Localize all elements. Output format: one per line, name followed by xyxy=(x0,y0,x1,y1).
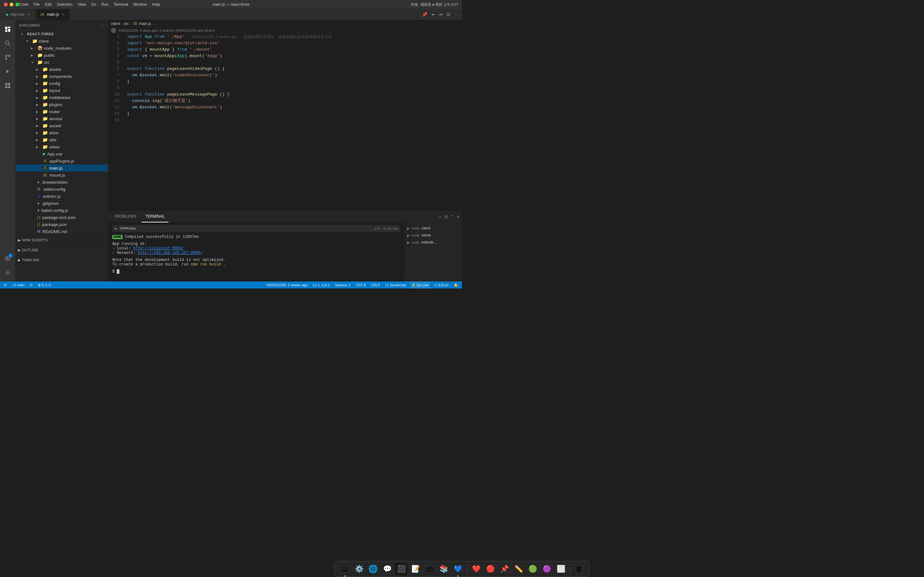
status-sync[interactable]: ↻ xyxy=(29,282,34,288)
menu-view[interactable]: View xyxy=(78,2,86,7)
breadcrumb-src[interactable]: src xyxy=(124,21,129,26)
tree-item-mount[interactable]: ▶ JS mount.js xyxy=(15,171,108,179)
panel-chevron-icon[interactable]: ⌃ xyxy=(451,214,454,219)
activity-remote[interactable]: 1 xyxy=(1,252,14,265)
tree-item-editorconfig[interactable]: ▶ ⚙ .editorconfig xyxy=(15,185,108,193)
outline-header[interactable]: ▶ OUTLINE xyxy=(15,247,108,253)
activity-extensions[interactable] xyxy=(1,79,14,92)
tree-item-router[interactable]: ▶ 📁 router xyxy=(15,108,108,115)
status-position[interactable]: Ln 1, Col 1 xyxy=(312,282,331,288)
status-eslint[interactable]: ⚠ ESLint xyxy=(433,282,450,288)
status-go-live[interactable]: ⚡ Go Live xyxy=(410,282,430,288)
tree-item-readme[interactable]: ▶ M README.md xyxy=(15,228,108,235)
menu-edit[interactable]: Edit xyxy=(45,2,52,7)
status-remote[interactable]: ⟳ xyxy=(3,282,8,288)
activity-debug[interactable] xyxy=(1,65,14,78)
terminal-sidebar: ▶ node client ▶ node serve ▶ xyxy=(404,222,462,282)
network-url[interactable]: http://192.168.105.187:9999/ xyxy=(137,251,202,255)
status-line-ending[interactable]: CRLF xyxy=(370,282,381,288)
tab-main-js-close[interactable]: × xyxy=(61,12,66,17)
split-left-icon[interactable]: ⬅ xyxy=(430,11,436,18)
tree-item-node-modules[interactable]: ▶ 📦 node_modules xyxy=(15,45,108,52)
terminal-instance-node-serve[interactable]: ▶ node serve xyxy=(405,232,462,239)
tree-item-public[interactable]: ▶ 📁 public xyxy=(15,52,108,59)
close-button[interactable] xyxy=(4,3,8,6)
tree-item-eslintrc[interactable]: ▶ ◈ .eslintrc.js xyxy=(15,193,108,200)
breadcrumb-client[interactable]: client xyxy=(111,21,120,26)
breadcrumb-mainjs[interactable]: main.js xyxy=(139,21,151,26)
tree-item-app-vue[interactable]: ▶ ◆ App.vue xyxy=(15,150,108,157)
status-git-info[interactable]: lhl20201204, 2 weeks ago xyxy=(265,282,309,288)
layout-icon[interactable]: ⊞ xyxy=(445,11,452,18)
terminal-instance-node-milimili[interactable]: ▶ node milimili-... xyxy=(405,239,462,245)
tree-item-babel[interactable]: ▶ ● babel.config.js xyxy=(15,207,108,214)
sidebar-more-actions[interactable]: ··· xyxy=(100,23,104,28)
npm-scripts-header[interactable]: ▶ NPM SCRIPTS xyxy=(15,237,108,243)
tab-problems[interactable]: PROBLEMS xyxy=(111,211,140,222)
status-bell[interactable]: 🔔 xyxy=(452,282,459,288)
menu-window[interactable]: Window xyxy=(133,2,147,7)
menu-go[interactable]: Go xyxy=(91,2,96,7)
timeline-header[interactable]: ▶ TIMELINE xyxy=(15,256,108,263)
app-running-text: App running at: xyxy=(112,242,147,246)
split-right-icon[interactable]: ➡ xyxy=(438,11,444,18)
terminal-expand-arrow[interactable]: ▶ xyxy=(115,227,117,231)
tree-item-middleware[interactable]: ▶ 📁 middleware xyxy=(15,94,108,101)
tab-app-vue[interactable]: ◆ App.vue × xyxy=(3,9,35,20)
code-content[interactable]: import App from './App' lhl20201204, 2 w… xyxy=(124,34,462,211)
menu-help[interactable]: Help xyxy=(152,2,160,7)
menu-file[interactable]: File xyxy=(34,2,40,7)
tab-app-vue-label: App.vue xyxy=(10,12,24,17)
tree-item-package-lock[interactable]: ▶ { } package-lock.json xyxy=(15,214,108,221)
maximize-button[interactable] xyxy=(15,3,19,6)
tree-item-client[interactable]: ▼ 📁 client xyxy=(15,37,108,45)
tab-main-js[interactable]: JS main.js × xyxy=(36,9,69,20)
status-spaces[interactable]: Spaces: 2 xyxy=(334,282,352,288)
tree-item-config[interactable]: ▶ 📁 config xyxy=(15,80,108,87)
menu-terminal[interactable]: Terminal xyxy=(113,2,128,7)
npm-scripts-label: NPM SCRIPTS xyxy=(22,238,48,242)
tree-item-gitignore[interactable]: ▶ ● .gitignore xyxy=(15,200,108,207)
panel-add-icon[interactable]: + xyxy=(439,214,441,219)
activity-search[interactable] xyxy=(1,37,14,50)
tree-item-store[interactable]: ▶ 📁 store xyxy=(15,129,108,136)
tree-item-package[interactable]: ▶ { } package.json xyxy=(15,221,108,228)
tab-terminal[interactable]: TERMINAL xyxy=(142,211,169,222)
code-editor[interactable]: 1 2 3 4 5 6 7 8 9 10 11 12 13 14 xyxy=(108,34,462,211)
tree-item-src[interactable]: ▼ 📁 src xyxy=(15,59,108,66)
panel-close-icon[interactable]: × xyxy=(457,214,459,219)
activity-explorer[interactable] xyxy=(1,23,14,35)
minimize-button[interactable] xyxy=(10,3,13,6)
tree-item-layout[interactable]: ▶ 📁 layout xyxy=(15,87,108,94)
tab-app-vue-close[interactable]: × xyxy=(26,12,31,17)
terminal-main[interactable]: ▶ TERMINAL 上午 9:04:04 DONE Compiled succ… xyxy=(108,222,404,282)
panel-split-icon[interactable]: ⊟ xyxy=(444,214,448,219)
pin-icon[interactable]: 📌 xyxy=(421,11,429,18)
menu-selection[interactable]: Selection xyxy=(57,2,73,7)
tree-item-service[interactable]: ▶ 📁 service xyxy=(15,115,108,122)
tree-item-browserslistrc[interactable]: ▶ ● .browserslistrc xyxy=(15,179,108,185)
tree-root[interactable]: ▼ REACT-THREE xyxy=(15,31,108,37)
menu-code[interactable]: Code xyxy=(19,2,29,7)
status-encoding[interactable]: UTF-8 xyxy=(355,282,367,288)
tree-item-plugins[interactable]: ▶ 📁 plugins xyxy=(15,101,108,108)
tree-item-main-js[interactable]: ▶ JS main.js xyxy=(15,164,108,171)
outline-arrow: ▶ xyxy=(18,248,21,252)
status-language[interactable]: { } JavaScript xyxy=(384,282,407,288)
terminal-instance-node-client[interactable]: ▶ node client xyxy=(405,225,462,231)
tree-item-components[interactable]: ▶ 📁 components xyxy=(15,73,108,80)
local-url[interactable]: http://localhost:9999/ xyxy=(133,246,184,251)
tree-item-utils[interactable]: ▶ 📁 utils xyxy=(15,136,108,143)
status-branch[interactable]: ⎇ main xyxy=(11,282,26,288)
tree-item-appplugins[interactable]: ▶ JS appPlugins.js xyxy=(15,157,108,164)
tree-item-assets[interactable]: ▶ 📁 assets xyxy=(15,66,108,73)
menu-run[interactable]: Run xyxy=(102,2,108,7)
svg-rect-3 xyxy=(5,30,7,32)
activity-source-control[interactable] xyxy=(1,51,14,64)
more-actions-icon[interactable]: ··· xyxy=(453,11,459,18)
activity-settings[interactable] xyxy=(1,266,14,279)
breadcrumb-more[interactable]: ... xyxy=(155,21,158,26)
status-errors[interactable]: ⊗ 0 ⚠ 0 xyxy=(37,282,52,288)
tree-item-views[interactable]: ▶ 📁 views xyxy=(15,143,108,150)
tree-item-socket[interactable]: ▶ 📁 socket xyxy=(15,122,108,129)
